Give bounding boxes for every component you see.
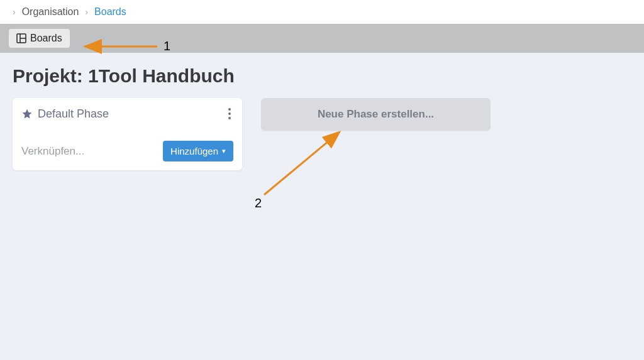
board-icon (16, 33, 26, 43)
phase-name: Default Phase (38, 107, 109, 121)
phase-menu-button[interactable] (223, 106, 233, 122)
chevron-right-icon: › (13, 7, 16, 17)
add-button[interactable]: Hinzufügen ▾ (163, 141, 233, 161)
tab-bar: Boards (0, 24, 644, 53)
add-button-label: Hinzufügen (170, 146, 218, 156)
chevron-right-icon: › (85, 7, 88, 17)
star-icon (21, 108, 33, 119)
tab-boards[interactable]: Boards (9, 29, 70, 48)
page-title: Projekt: 1Tool Handbuch (13, 65, 631, 87)
link-input-placeholder[interactable]: Verknüpfen... (21, 145, 84, 158)
tab-boards-label: Boards (30, 33, 62, 44)
phase-card-default: Default Phase Verknüpfen... Hinzufügen ▾ (13, 98, 242, 170)
new-phase-button[interactable]: Neue Phase erstellen... (261, 98, 491, 131)
annotation-label-2: 2 (255, 196, 262, 210)
phase-header: Default Phase (21, 106, 233, 122)
breadcrumb-boards[interactable]: Boards (94, 6, 126, 18)
phase-actions: Verknüpfen... Hinzufügen ▾ (21, 141, 233, 161)
chevron-down-icon: ▾ (222, 147, 226, 155)
breadcrumb: › Organisation › Boards (0, 0, 644, 24)
board-row: Default Phase Verknüpfen... Hinzufügen ▾… (13, 98, 631, 170)
breadcrumb-organisation[interactable]: Organisation (22, 6, 79, 18)
new-phase-label: Neue Phase erstellen... (318, 108, 434, 120)
page-content: Projekt: 1Tool Handbuch Default Phase Ve… (0, 53, 644, 183)
